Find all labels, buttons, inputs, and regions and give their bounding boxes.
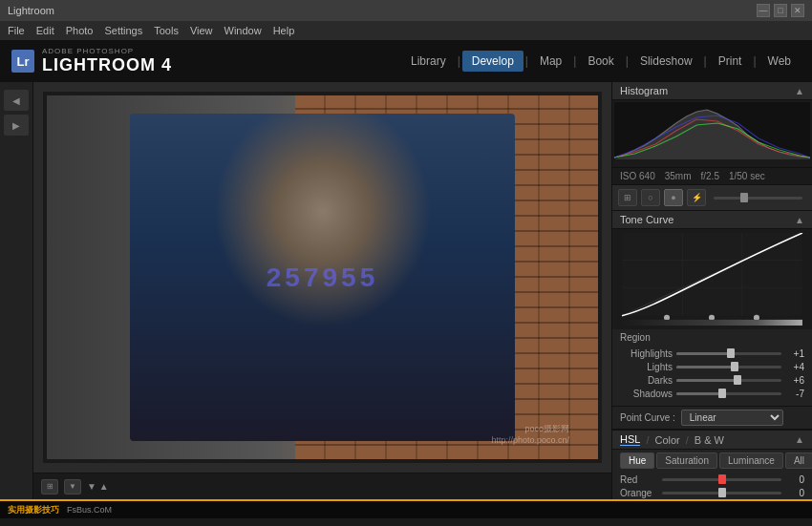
lights-label: Lights [620, 362, 673, 372]
menu-tools[interactable]: Tools [154, 25, 179, 36]
point-curve-label: Point Curve : [620, 412, 675, 423]
camera-info: ISO 640 35mm f/2.5 1/50 sec [612, 167, 812, 184]
tool-lightning[interactable]: ⚡ [687, 189, 706, 206]
left-panel: ◀ ▶ [0, 82, 33, 499]
nav-book[interactable]: Book [578, 51, 623, 72]
highlights-value: +1 [785, 348, 804, 359]
status-text-2: FsBus.CoM [67, 505, 112, 515]
hsl-red-label: Red [620, 474, 658, 485]
photo-frame: 257955 poco摄影网 http://photo.poco.cn/ [43, 92, 602, 463]
hsl-tab-hsl[interactable]: HSL [620, 433, 640, 446]
photo-placeholder: 257955 poco摄影网 http://photo.poco.cn/ [47, 95, 598, 459]
hsl-orange-row: Orange 0 [620, 488, 804, 498]
region-label: Region [620, 332, 651, 343]
focal-info: 35mm [665, 171, 692, 181]
logo-text: ADOBE PHOTOSHOP LIGHTROOM 4 [42, 47, 172, 75]
tools-slider[interactable] [714, 197, 802, 200]
menu-window[interactable]: Window [224, 25, 262, 36]
lights-slider[interactable] [676, 366, 781, 368]
shadows-slider[interactable] [676, 392, 781, 395]
filmstrip-btn-2[interactable]: ▼ [64, 479, 81, 494]
lights-thumb [731, 362, 738, 371]
shadows-fill [676, 392, 722, 395]
watermark-line2: http://photo.poco.cn/ [491, 435, 569, 445]
tool-dot[interactable]: ● [664, 189, 683, 206]
maximize-button[interactable]: □ [774, 4, 787, 17]
tone-curve-collapse[interactable]: ▲ [795, 215, 804, 225]
shutter-info: 1/50 sec [729, 171, 765, 181]
histogram-title: Histogram [620, 85, 668, 96]
titlebar: Lightroom — □ ✕ [0, 0, 812, 21]
lights-value: +4 [785, 362, 804, 372]
hsl-tab-bw[interactable]: B & W [694, 434, 724, 446]
darks-label: Darks [620, 375, 673, 386]
hsl-red-thumb [718, 474, 726, 484]
region-label-row: Region [612, 329, 812, 345]
highlights-thumb [727, 348, 735, 358]
histogram-chart [614, 102, 810, 159]
lights-row: Lights +4 [620, 362, 804, 372]
shadows-row: Shadows -7 [620, 389, 804, 399]
left-tool-1[interactable]: ◀ [4, 90, 29, 111]
highlights-slider[interactable] [676, 352, 781, 355]
nav-print[interactable]: Print [709, 51, 752, 72]
shadows-value: -7 [785, 389, 804, 399]
darks-row: Darks +6 [620, 375, 804, 386]
hsl-sliders: Red 0 Orange 0 [612, 472, 812, 499]
filmstrip-label: ▼ ▲ [87, 481, 109, 492]
lr-badge: Lr [11, 50, 34, 73]
hsl-section: HSL / Color / B & W ▲ Hue Saturation Lum… [612, 430, 812, 499]
menubar: File Edit Photo Settings Tools View Wind… [0, 21, 812, 40]
hsl-btn-all[interactable]: All [785, 452, 812, 469]
hsl-orange-slider[interactable] [662, 492, 781, 494]
point-curve-row: Point Curve : Linear Medium Contrast Str… [612, 406, 812, 429]
photo-watermark: poco摄影网 http://photo.poco.cn/ [491, 423, 569, 445]
left-tool-2[interactable]: ▶ [4, 115, 29, 136]
nav-web[interactable]: Web [759, 51, 801, 72]
filmstrip: ⊞ ▼ ▼ ▲ [33, 473, 611, 499]
hsl-btn-hue[interactable]: Hue [620, 452, 654, 469]
nav-develop[interactable]: Develop [462, 51, 524, 72]
aperture-info: f/2.5 [701, 171, 719, 181]
hsl-red-value: 0 [785, 474, 804, 485]
nav-map[interactable]: Map [530, 51, 571, 72]
nav-slideshow[interactable]: Slideshow [630, 51, 702, 72]
status-text-1: 实用摄影技巧 [8, 504, 59, 516]
hsl-tab-color[interactable]: Color [654, 434, 679, 446]
hsl-btn-saturation[interactable]: Saturation [656, 452, 717, 469]
hsl-btn-luminance[interactable]: Luminance [719, 452, 783, 469]
hsl-red-slider[interactable] [662, 478, 781, 481]
point-curve-select[interactable]: Linear Medium Contrast Strong Contrast [681, 410, 783, 426]
tone-curve-canvas [612, 229, 812, 329]
tool-circle[interactable]: ○ [641, 189, 660, 206]
menu-photo[interactable]: Photo [66, 25, 94, 36]
navbar: Lr ADOBE PHOTOSHOP LIGHTROOM 4 Library |… [0, 40, 812, 82]
tone-curve-section: Tone Curve ▲ [612, 211, 812, 430]
center-panel: 257955 poco摄影网 http://photo.poco.cn/ ⊞ ▼… [33, 82, 611, 499]
menu-edit[interactable]: Edit [36, 25, 54, 36]
menu-file[interactable]: File [8, 25, 25, 36]
tool-grid[interactable]: ⊞ [618, 189, 637, 206]
photo-id: 257955 [267, 263, 378, 293]
darks-value: +6 [785, 375, 804, 386]
menu-view[interactable]: View [190, 25, 213, 36]
shadows-label: Shadows [620, 389, 673, 399]
minimize-button[interactable]: — [757, 4, 770, 17]
hsl-orange-label: Orange [620, 488, 658, 498]
nav-links: Library | Develop | Map | Book | Slidesh… [401, 51, 801, 72]
menu-settings[interactable]: Settings [104, 25, 142, 36]
histogram-canvas [612, 100, 812, 167]
lights-fill [676, 366, 735, 368]
darks-slider[interactable] [676, 379, 781, 382]
lr-label: LIGHTROOM 4 [42, 55, 172, 75]
adobe-label: ADOBE PHOTOSHOP [42, 47, 172, 55]
filmstrip-btn-1[interactable]: ⊞ [41, 479, 58, 494]
nav-library[interactable]: Library [401, 51, 456, 72]
hsl-tabs: HSL / Color / B & W ▲ [612, 431, 812, 450]
darks-thumb [734, 375, 741, 385]
menu-help[interactable]: Help [273, 25, 295, 36]
hsl-collapse[interactable]: ▲ [795, 434, 804, 445]
close-button[interactable]: ✕ [791, 4, 804, 17]
statusbar: 实用摄影技巧 FsBus.CoM [0, 499, 812, 518]
histogram-collapse[interactable]: ▲ [795, 86, 804, 96]
